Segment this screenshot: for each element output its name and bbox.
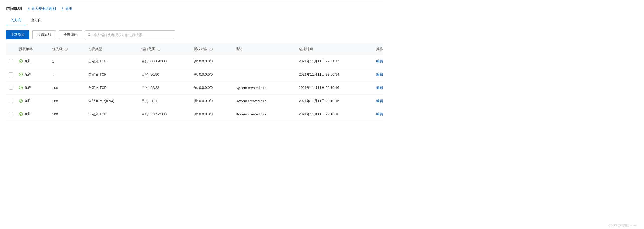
info-icon[interactable] bbox=[64, 48, 68, 51]
port-range-cell: 目的: 80/80 bbox=[138, 68, 191, 81]
policy-text: 允许 bbox=[24, 72, 32, 77]
policy-badge: 允许 bbox=[19, 59, 32, 63]
info-icon[interactable] bbox=[157, 48, 160, 51]
create-time-cell: 2021年11月11日 22:50:34 bbox=[296, 68, 373, 81]
edit-link[interactable]: 编辑 bbox=[376, 112, 383, 116]
table-row: 允许100自定义 TCP目的: 3389/3389源: 0.0.0.0/0Sys… bbox=[6, 108, 383, 121]
col-protocol: 协议类型 bbox=[88, 47, 102, 51]
row-checkbox[interactable] bbox=[9, 72, 13, 76]
auth-object-cell: 源: 0.0.0.0/0 bbox=[191, 55, 232, 68]
export-rules-label: 导出 bbox=[65, 7, 72, 11]
policy-text: 允许 bbox=[24, 59, 32, 63]
protocol-cell: 自定义 TCP bbox=[85, 81, 138, 95]
export-rules-button[interactable]: 导出 bbox=[61, 7, 72, 11]
port-range-cell: 目的: 8888/8888 bbox=[138, 55, 191, 68]
col-description: 描述 bbox=[236, 47, 242, 51]
table-header: 授权策略 优先级 协议类型 端口范围 授权对象 描述 bbox=[6, 43, 383, 55]
edit-link[interactable]: 编辑 bbox=[376, 99, 383, 103]
protocol-cell: 自定义 TCP bbox=[85, 55, 138, 68]
check-circle-icon bbox=[19, 59, 23, 63]
priority-cell: 1 bbox=[49, 55, 85, 68]
priority-cell: 100 bbox=[49, 108, 85, 121]
info-icon[interactable] bbox=[210, 48, 213, 51]
row-checkbox[interactable] bbox=[9, 59, 13, 63]
policy-text: 允许 bbox=[24, 85, 32, 90]
tab-inbound[interactable]: 入方向 bbox=[6, 16, 26, 25]
auth-object-cell: 源: 0.0.0.0/0 bbox=[191, 108, 232, 121]
auth-object-cell: 源: 0.0.0.0/0 bbox=[191, 81, 232, 95]
table-body: 允许1自定义 TCP目的: 8888/8888源: 0.0.0.0/02021年… bbox=[6, 55, 383, 121]
description-cell: System created rule. bbox=[232, 81, 296, 95]
create-time-cell: 2021年11月11日 22:51:17 bbox=[296, 55, 373, 68]
manual-add-button[interactable]: 手动添加 bbox=[6, 31, 30, 39]
table-row: 允许1自定义 TCP目的: 8888/8888源: 0.0.0.0/02021年… bbox=[6, 55, 383, 68]
check-circle-icon bbox=[19, 112, 23, 116]
quick-add-button[interactable]: 快速添加 bbox=[32, 31, 56, 39]
priority-cell: 100 bbox=[49, 81, 85, 95]
policy-badge: 允许 bbox=[19, 99, 32, 103]
col-policy: 授权策略 bbox=[19, 47, 33, 51]
protocol-cell: 全部 ICMP(IPv4) bbox=[85, 95, 138, 108]
col-create-time: 创建时间 bbox=[299, 47, 313, 51]
description-cell bbox=[232, 55, 296, 68]
col-actions: 操作 bbox=[376, 47, 383, 51]
edit-link[interactable]: 编辑 bbox=[376, 86, 383, 90]
policy-badge: 允许 bbox=[19, 85, 32, 90]
export-icon bbox=[61, 7, 64, 11]
import-rules-button[interactable]: 导入安全组规则 bbox=[27, 7, 56, 11]
policy-text: 允许 bbox=[24, 112, 32, 116]
row-checkbox[interactable] bbox=[9, 86, 13, 90]
port-range-cell: 目的: 22/22 bbox=[138, 81, 191, 95]
edit-link[interactable]: 编辑 bbox=[376, 59, 383, 63]
svg-point-0 bbox=[88, 34, 90, 36]
priority-cell: 1 bbox=[49, 68, 85, 81]
check-circle-icon bbox=[19, 72, 23, 76]
create-time-cell: 2021年11月11日 22:10:16 bbox=[296, 81, 373, 95]
auth-object-cell: 源: 0.0.0.0/0 bbox=[191, 95, 232, 108]
col-priority: 优先级 bbox=[52, 47, 62, 51]
svg-point-15 bbox=[19, 112, 22, 115]
edit-all-button[interactable]: 全部编辑 bbox=[59, 31, 82, 39]
direction-tabs: 入方向 出方向 bbox=[6, 16, 383, 26]
port-range-cell: 目的: 3389/3389 bbox=[138, 108, 191, 121]
row-checkbox[interactable] bbox=[9, 112, 13, 116]
row-checkbox[interactable] bbox=[9, 99, 13, 103]
col-port-range: 端口范围 bbox=[141, 47, 155, 51]
policy-text: 允许 bbox=[24, 99, 32, 103]
rules-table: 授权策略 优先级 协议类型 端口范围 授权对象 描述 bbox=[6, 43, 383, 121]
check-circle-icon bbox=[19, 86, 23, 90]
tab-outbound[interactable]: 出方向 bbox=[26, 16, 46, 25]
page-header: 访问规则 导入安全组规则 导出 bbox=[6, 0, 383, 16]
port-range-cell: 目的: -1/-1 bbox=[138, 95, 191, 108]
search-wrap bbox=[85, 31, 175, 39]
policy-badge: 允许 bbox=[19, 72, 32, 77]
priority-cell: 100 bbox=[49, 95, 85, 108]
svg-point-12 bbox=[19, 73, 22, 76]
svg-point-14 bbox=[19, 99, 22, 102]
protocol-cell: 自定义 TCP bbox=[85, 68, 138, 81]
create-time-cell: 2021年11月11日 22:10:16 bbox=[296, 108, 373, 121]
rules-table-wrap[interactable]: 授权策略 优先级 协议类型 端口范围 授权对象 描述 bbox=[6, 43, 383, 121]
page-title: 访问规则 bbox=[6, 6, 22, 12]
auth-object-cell: 源: 0.0.0.0/0 bbox=[191, 68, 232, 81]
search-input[interactable] bbox=[85, 31, 175, 39]
description-cell: System created rule. bbox=[232, 95, 296, 108]
import-icon bbox=[27, 7, 30, 11]
table-row: 允许1自定义 TCP目的: 80/80源: 0.0.0.0/02021年11月1… bbox=[6, 68, 383, 81]
policy-badge: 允许 bbox=[19, 112, 32, 116]
table-row: 允许100全部 ICMP(IPv4)目的: -1/-1源: 0.0.0.0/0S… bbox=[6, 95, 383, 108]
protocol-cell: 自定义 TCP bbox=[85, 108, 138, 121]
check-circle-icon bbox=[19, 99, 23, 103]
svg-point-13 bbox=[19, 86, 22, 89]
search-icon bbox=[88, 33, 91, 37]
svg-line-1 bbox=[90, 36, 91, 37]
toolbar: 手动添加 快速添加 全部编辑 bbox=[6, 31, 383, 39]
table-row: 允许100自定义 TCP目的: 22/22源: 0.0.0.0/0System … bbox=[6, 81, 383, 95]
edit-link[interactable]: 编辑 bbox=[376, 72, 383, 76]
description-cell bbox=[232, 68, 296, 81]
col-auth-object: 授权对象 bbox=[194, 47, 208, 51]
create-time-cell: 2021年11月11日 22:10:16 bbox=[296, 95, 373, 108]
description-cell: System created rule. bbox=[232, 108, 296, 121]
import-rules-label: 导入安全组规则 bbox=[32, 7, 56, 11]
svg-point-11 bbox=[19, 59, 22, 63]
